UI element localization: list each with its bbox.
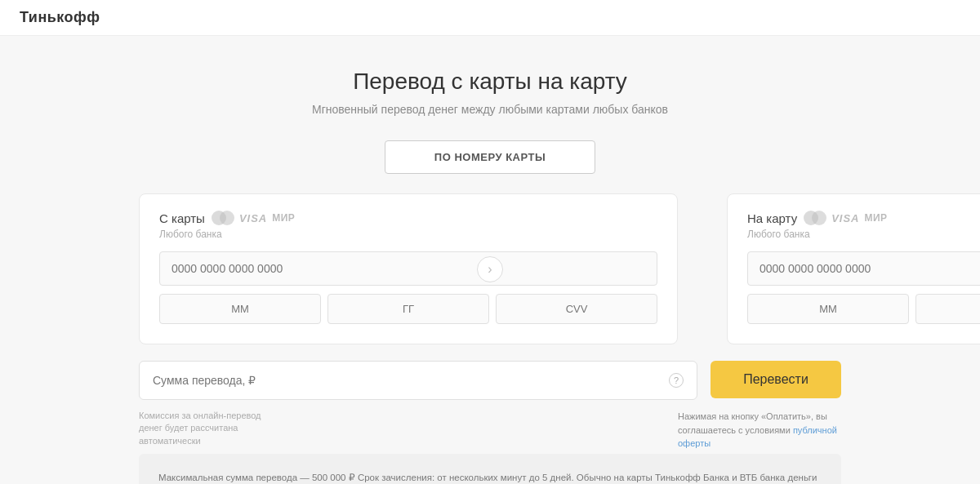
header: Тинькофф xyxy=(0,0,980,36)
to-card-bank: Любого банка xyxy=(747,229,980,240)
to-card-expiry-row xyxy=(747,294,980,324)
cards-row: С карты VISA МИР Любого банка › xyxy=(139,193,841,344)
bottom-row: ? Перевести xyxy=(139,361,841,400)
amount-input[interactable] xyxy=(153,374,669,387)
page-title: Перевод с карты на карту xyxy=(139,69,841,95)
offer-text: Нажимая на кнопку «Оплатить», вы соглаша… xyxy=(678,410,841,451)
from-card-icons: VISA МИР xyxy=(212,211,295,225)
to-card-mm-input[interactable] xyxy=(747,294,909,324)
to-card-icons: VISA МИР xyxy=(804,211,887,225)
transfer-button[interactable]: Перевести xyxy=(710,361,841,398)
tab-bar: ПО НОМЕРУ КАРТЫ xyxy=(139,140,841,174)
commission-offer-row: Комиссия за онлайн-перевод денег будет р… xyxy=(139,410,841,451)
mir-icon: МИР xyxy=(272,212,295,224)
from-card-bank: Любого банка xyxy=(159,229,657,240)
from-card-number-input[interactable] xyxy=(159,251,657,286)
tab-by-card-number[interactable]: ПО НОМЕРУ КАРТЫ xyxy=(385,140,595,174)
to-card-panel: На карту VISA МИР Любого банка xyxy=(727,193,980,344)
to-mastercard-icon xyxy=(804,211,826,225)
from-card-panel: С карты VISA МИР Любого банка xyxy=(139,193,678,344)
from-card-cvv-input[interactable] xyxy=(496,294,657,324)
commission-text: Комиссия за онлайн-перевод денег будет р… xyxy=(139,410,274,451)
from-card-label: С карты xyxy=(159,211,205,225)
from-card-header: С карты VISA МИР xyxy=(159,211,657,225)
visa-icon: VISA xyxy=(239,212,267,224)
info-box-text: Максимальная сумма перевода — 500 000 ₽ … xyxy=(158,470,822,485)
help-icon[interactable]: ? xyxy=(669,373,684,388)
to-card-yy-input[interactable] xyxy=(915,294,980,324)
info-box: Максимальная сумма перевода — 500 000 ₽ … xyxy=(139,454,841,485)
from-card-expiry-row xyxy=(159,294,657,324)
logo: Тинькофф xyxy=(20,9,100,26)
to-visa-icon: VISA xyxy=(831,212,859,224)
page-container: Перевод с карты на карту Мгновенный пере… xyxy=(122,36,858,484)
from-card-yy-input[interactable] xyxy=(327,294,489,324)
to-card-header: На карту VISA МИР xyxy=(747,211,980,225)
transfer-arrow-icon: › xyxy=(477,256,503,282)
to-mir-icon: МИР xyxy=(864,212,887,224)
amount-container: ? xyxy=(139,361,697,400)
from-card-mm-input[interactable] xyxy=(159,294,321,324)
page-subtitle: Мгновенный перевод денег между любыми ка… xyxy=(139,103,841,116)
mastercard-icon xyxy=(212,211,234,225)
to-card-number-input[interactable] xyxy=(747,251,980,286)
to-card-label: На карту xyxy=(747,211,797,225)
